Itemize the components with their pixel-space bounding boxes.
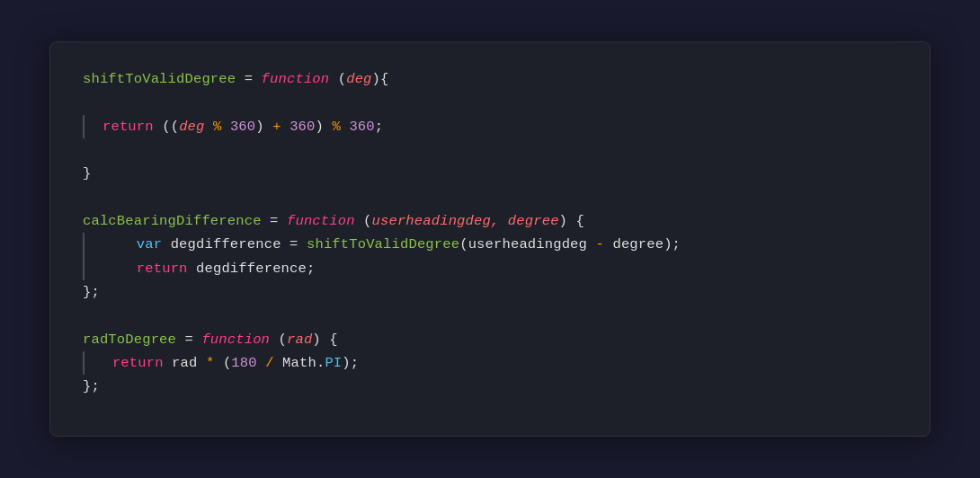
code-line-blank-3 [83,186,897,209]
code-line-13: return rad * (180 / Math.PI); [83,351,897,375]
code-line-12: radToDegree = function (rad) { [83,328,897,351]
code-line-1: shiftToValidDegree = function (deg){ [83,67,897,91]
code-line-10: }; [83,280,897,304]
code-line-5: } [83,162,897,185]
code-line-8: var degdifference = shiftToValidDegree(u… [83,233,897,256]
code-line-9: return degdifference; [83,257,897,280]
code-line-blank-4 [83,304,897,327]
code-line-7: calcBearingDifference = function (userhe… [83,209,897,233]
code-line-blank-2 [83,138,897,162]
code-editor: shiftToValidDegree = function (deg){ ret… [49,41,931,437]
code-line-14: }; [83,375,897,398]
code-content: shiftToValidDegree = function (deg){ ret… [83,67,897,399]
code-line-blank-1 [83,91,897,114]
code-line-3: return ((deg % 360) + 360) % 360; [83,115,897,138]
